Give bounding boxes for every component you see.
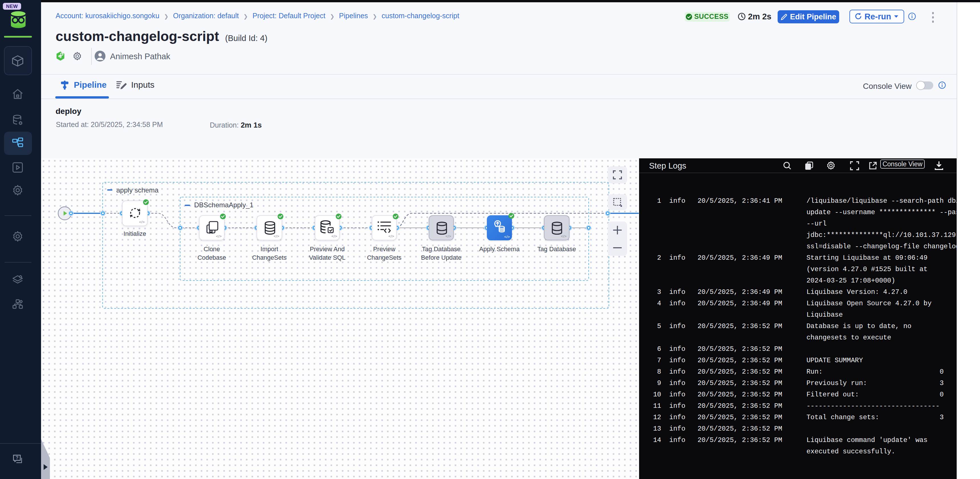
svg-text:?: ? — [16, 455, 19, 460]
